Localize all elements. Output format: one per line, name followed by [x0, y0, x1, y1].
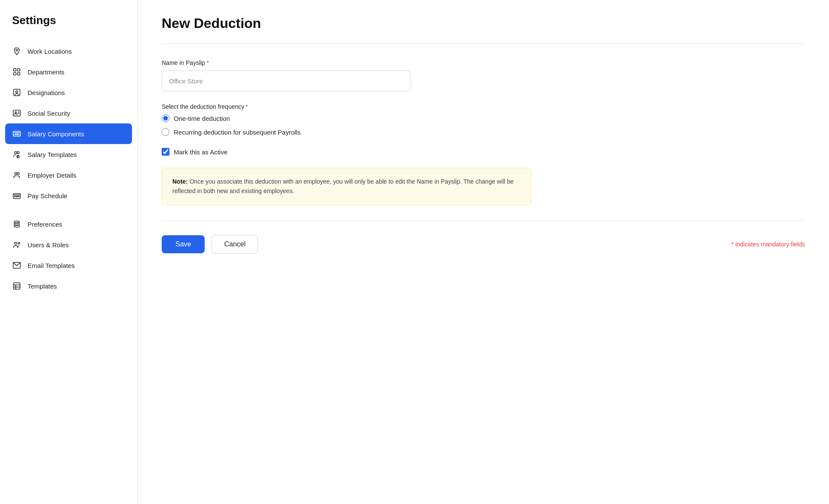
page-title: New Deduction	[162, 15, 805, 44]
mark-active-group: Mark this as Active	[162, 148, 805, 156]
svg-point-21	[17, 172, 19, 175]
name-in-payslip-input[interactable]	[162, 71, 411, 91]
svg-point-15	[15, 151, 17, 154]
departments-icon	[12, 67, 21, 77]
sidebar-item-work-locations[interactable]: Work Locations	[0, 41, 137, 61]
sidebar-title: Settings	[0, 14, 137, 41]
mark-active-checkbox-label[interactable]: Mark this as Active	[162, 148, 805, 156]
svg-point-26	[14, 221, 19, 223]
sidebar-item-label: Designations	[28, 89, 65, 96]
designations-icon	[12, 88, 21, 97]
svg-point-28	[14, 225, 19, 227]
svg-rect-5	[14, 89, 20, 96]
sidebar-item-label: Work Locations	[28, 48, 72, 55]
sidebar-item-social-security[interactable]: Social Security	[0, 103, 137, 123]
sidebar-item-departments[interactable]: Departments	[0, 61, 137, 82]
svg-point-30	[18, 243, 20, 244]
radio-recurring-label: Recurring deduction for subsequent Payro…	[174, 129, 301, 136]
radio-one-time[interactable]: One-time deduction	[162, 114, 805, 122]
sidebar-item-preferences[interactable]: Preferences	[0, 214, 137, 234]
sidebar-item-label: Pay Schedule	[28, 192, 68, 200]
required-star-frequency: *	[246, 103, 248, 110]
form-section: Name in Payslip * Select the deduction f…	[162, 44, 805, 254]
svg-point-29	[15, 242, 17, 244]
employer-details-icon	[12, 170, 21, 180]
sidebar-item-label: Social Security	[28, 110, 70, 117]
sidebar-item-label: Salary Templates	[28, 151, 77, 158]
users-roles-icon	[12, 240, 21, 249]
sidebar-item-pay-schedule[interactable]: Pay Schedule	[0, 185, 137, 206]
svg-point-8	[15, 112, 16, 113]
radio-one-time-label: One-time deduction	[174, 115, 230, 122]
sidebar-item-users-roles[interactable]: Users & Roles	[0, 234, 137, 255]
svg-point-24	[16, 196, 18, 197]
svg-rect-32	[14, 283, 20, 289]
sidebar-item-label: Salary Components	[28, 130, 84, 138]
svg-point-16	[17, 151, 19, 154]
radio-recurring-input[interactable]	[162, 128, 169, 136]
note-box: Note: Once you associate this deduction …	[162, 168, 531, 205]
sidebar-item-salary-templates[interactable]: Salary Templates	[0, 144, 137, 165]
svg-rect-1	[14, 69, 16, 71]
email-templates-icon	[12, 261, 21, 270]
radio-group: One-time deduction Recurring deduction f…	[162, 114, 805, 136]
radio-one-time-input[interactable]	[162, 114, 169, 122]
sidebar-item-label: Users & Roles	[28, 241, 69, 249]
svg-rect-3	[14, 73, 16, 75]
required-star: *	[206, 59, 209, 66]
sidebar-item-label: Templates	[28, 283, 57, 290]
sidebar-item-label: Email Templates	[28, 262, 75, 269]
mark-active-checkbox[interactable]	[162, 148, 169, 156]
location-icon	[12, 46, 21, 56]
note-text: Once you associate this deduction with a…	[172, 178, 514, 194]
svg-point-6	[16, 91, 18, 93]
deduction-frequency-group: Select the deduction frequency * One-tim…	[162, 103, 805, 136]
salary-components-icon	[12, 129, 21, 138]
templates-icon	[12, 281, 21, 291]
mandatory-note: * indicates mandatory fields	[731, 241, 805, 248]
form-actions: Save Cancel * indicates mandatory fields	[162, 235, 805, 254]
main-content: New Deduction Name in Payslip * Select t…	[138, 0, 829, 504]
mark-active-label: Mark this as Active	[174, 148, 227, 156]
salary-templates-icon	[12, 150, 21, 159]
svg-point-20	[15, 172, 17, 175]
social-security-icon	[12, 108, 21, 118]
sidebar-item-label: Employer Details	[28, 172, 76, 179]
name-in-payslip-group: Name in Payslip *	[162, 59, 805, 91]
svg-point-23	[15, 196, 16, 197]
sidebar: Settings Work Locations Departments	[0, 0, 138, 504]
svg-point-27	[14, 223, 19, 225]
svg-rect-11	[13, 131, 21, 136]
svg-point-0	[16, 49, 18, 51]
form-divider	[162, 221, 805, 221]
deduction-frequency-label: Select the deduction frequency *	[162, 103, 805, 110]
sidebar-item-label: Departments	[28, 68, 64, 76]
sidebar-item-label: Preferences	[28, 221, 62, 228]
svg-point-25	[18, 196, 19, 197]
save-button[interactable]: Save	[162, 235, 205, 253]
sidebar-item-employer-details[interactable]: Employer Details	[0, 165, 137, 185]
pay-schedule-icon	[12, 191, 21, 200]
sidebar-item-designations[interactable]: Designations	[0, 82, 137, 103]
svg-rect-2	[18, 69, 20, 71]
radio-recurring[interactable]: Recurring deduction for subsequent Payro…	[162, 128, 805, 136]
name-in-payslip-label: Name in Payslip *	[162, 59, 805, 66]
svg-rect-4	[18, 73, 20, 75]
sidebar-item-salary-components[interactable]: Salary Components	[5, 123, 132, 144]
sidebar-item-templates[interactable]: Templates	[0, 276, 137, 296]
sidebar-item-email-templates[interactable]: Email Templates	[0, 255, 137, 276]
preferences-icon	[12, 219, 21, 229]
note-prefix: Note:	[172, 178, 188, 185]
cancel-button[interactable]: Cancel	[212, 235, 258, 254]
